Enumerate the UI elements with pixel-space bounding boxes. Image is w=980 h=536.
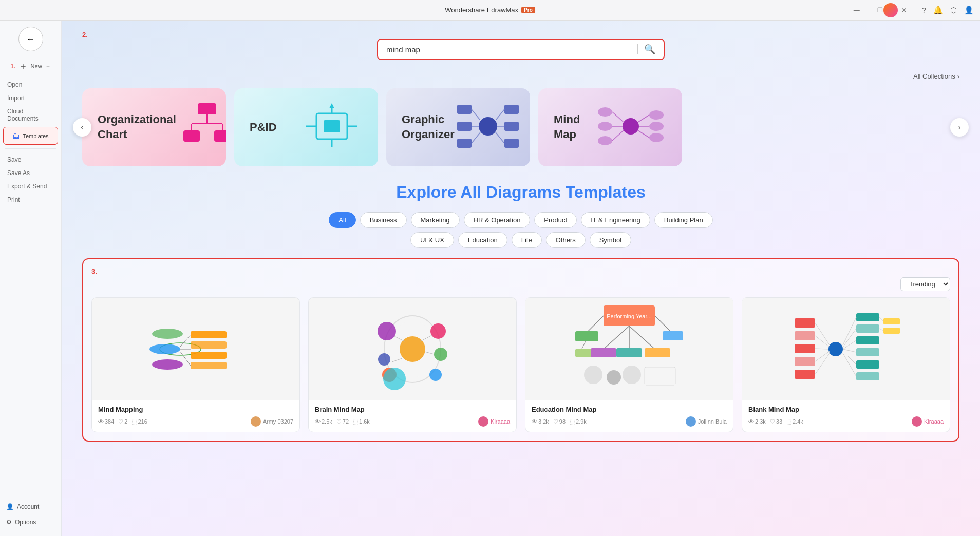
filter-btn-education[interactable]: Education bbox=[458, 232, 507, 248]
sidebar-item-templates[interactable]: 🗂 Templates bbox=[3, 127, 58, 145]
svg-point-81 bbox=[623, 366, 641, 384]
svg-line-26 bbox=[496, 132, 504, 143]
template-title-education: Education Mind Map bbox=[532, 406, 727, 413]
filter-btn-others[interactable]: Others bbox=[546, 232, 586, 248]
carousel-track: OrganizationalChart bbox=[82, 88, 959, 166]
card-graphic-image bbox=[455, 101, 521, 154]
sidebar-item-account[interactable]: 👤 Account bbox=[0, 499, 61, 514]
bell-icon[interactable]: 🔔 bbox=[933, 6, 943, 15]
sidebar-item-export[interactable]: Export & Send bbox=[3, 180, 58, 193]
author-avatar-mind-mapping bbox=[251, 416, 261, 427]
template-title-blank: Blank Mind Map bbox=[748, 406, 944, 413]
template-info-brain: Brain Mind Map 👁 2.5k ♡ 72 ⬚ 1.6k Kiraaa… bbox=[309, 400, 516, 432]
views-stat-edu: 👁 3.2k bbox=[532, 418, 549, 425]
svg-rect-96 bbox=[856, 336, 879, 344]
sidebar-sub-menu: Open Import Cloud Documents bbox=[0, 77, 61, 126]
sidebar-item-save-as[interactable]: Save As bbox=[3, 166, 58, 180]
maximize-button[interactable]: ❐ bbox=[869, 0, 892, 21]
views-stat-brain: 👁 2.5k bbox=[315, 418, 332, 425]
sort-select[interactable]: Trending Newest Popular bbox=[900, 277, 950, 291]
close-button[interactable]: ✕ bbox=[892, 0, 916, 21]
svg-line-73 bbox=[604, 326, 629, 349]
carousel-card-mindmap[interactable]: Mind Map bbox=[538, 88, 682, 166]
sidebar-item-new[interactable]: 1. ＋ New ＋ bbox=[3, 56, 58, 76]
svg-line-75 bbox=[629, 326, 655, 349]
svg-rect-94 bbox=[856, 313, 879, 321]
help-icon[interactable]: ? bbox=[922, 6, 926, 14]
carousel-prev-button[interactable]: ‹ bbox=[73, 118, 91, 137]
filter-btn-hr[interactable]: HR & Operation bbox=[464, 212, 531, 228]
filter-btn-symbol[interactable]: Symbol bbox=[590, 232, 631, 248]
template-stats-mind-mapping: 👁 384 ♡ 2 ⬚ 216 bbox=[98, 418, 147, 425]
sidebar-item-cloud[interactable]: Cloud Documents bbox=[3, 105, 58, 125]
sidebar-item-import[interactable]: Import bbox=[3, 91, 58, 105]
svg-rect-87 bbox=[795, 357, 815, 366]
carousel-card-graphic[interactable]: GraphicOrganizer bbox=[386, 88, 530, 166]
svg-point-32 bbox=[649, 122, 664, 131]
svg-rect-106 bbox=[883, 318, 900, 324]
svg-rect-86 bbox=[795, 344, 815, 353]
svg-point-46 bbox=[149, 344, 180, 354]
search-button[interactable]: 🔍 bbox=[644, 44, 655, 55]
views-stat-blank: 👁 2.3k bbox=[748, 418, 766, 425]
template-card-education[interactable]: Performing Year... bbox=[525, 297, 733, 432]
svg-line-103 bbox=[843, 349, 856, 352]
filter-btn-all[interactable]: All bbox=[329, 212, 355, 228]
svg-point-57 bbox=[429, 369, 442, 381]
search-input[interactable] bbox=[386, 45, 631, 54]
filter-btn-business[interactable]: Business bbox=[360, 212, 407, 228]
sidebar-item-save[interactable]: Save bbox=[3, 153, 58, 166]
svg-rect-72 bbox=[663, 331, 683, 340]
filter-btn-marketing[interactable]: Marketing bbox=[411, 212, 460, 228]
filter-btn-life[interactable]: Life bbox=[512, 232, 542, 248]
app-body: ← 1. ＋ New ＋ Open Import Cloud Documents… bbox=[0, 21, 980, 536]
sidebar: ← 1. ＋ New ＋ Open Import Cloud Documents… bbox=[0, 21, 62, 536]
views-stat: 👁 384 bbox=[98, 418, 114, 425]
author-brain: Kiraaaa bbox=[478, 416, 510, 427]
minimize-button[interactable]: — bbox=[845, 0, 869, 21]
svg-rect-70 bbox=[575, 349, 593, 357]
template-card-mind-mapping[interactable]: Mind Mapping 👁 384 ♡ 2 ⬚ 216 Army 03207 bbox=[91, 297, 300, 432]
template-stats-education: 👁 3.2k ♡ 98 ⬚ 2.9k bbox=[532, 418, 587, 425]
sidebar-file-menu: Save Save As Export & Send Print bbox=[0, 152, 61, 207]
svg-line-102 bbox=[843, 340, 856, 349]
template-stats-blank: 👁 2.3k ♡ 33 ⬚ 2.4k bbox=[748, 418, 803, 425]
filter-btn-ui[interactable]: UI & UX bbox=[410, 232, 454, 248]
step-2-label: 2. bbox=[82, 31, 959, 39]
svg-rect-0 bbox=[198, 103, 216, 114]
template-card-blank[interactable]: Blank Mind Map 👁 2.3k ♡ 33 ⬚ 2.4k Kiraaa… bbox=[742, 297, 950, 432]
user-icon[interactable]: 👤 bbox=[964, 6, 974, 15]
svg-line-104 bbox=[843, 351, 856, 365]
carousel-card-pid[interactable]: P&ID bbox=[234, 88, 378, 166]
templates-grid: Mind Mapping 👁 384 ♡ 2 ⬚ 216 Army 03207 bbox=[91, 297, 950, 432]
carousel-next-button[interactable]: › bbox=[950, 118, 969, 137]
svg-line-21 bbox=[472, 109, 480, 120]
svg-rect-42 bbox=[191, 341, 227, 349]
template-thumbnail-blank bbox=[742, 298, 950, 400]
new-expand-icon: ＋ bbox=[45, 63, 51, 70]
new-icon: ＋ bbox=[18, 60, 28, 72]
account-icon: 👤 bbox=[6, 503, 14, 510]
back-button[interactable]: ← bbox=[18, 27, 43, 51]
card-pid-image bbox=[301, 101, 363, 154]
svg-rect-44 bbox=[191, 362, 227, 369]
share-icon[interactable]: ⬡ bbox=[950, 6, 957, 15]
card-pid-title: P&ID bbox=[250, 120, 301, 135]
template-thumbnail-brain bbox=[309, 298, 516, 400]
filter-btn-building[interactable]: Building Plan bbox=[654, 212, 713, 228]
sidebar-item-print[interactable]: Print bbox=[3, 193, 58, 206]
filter-btn-it[interactable]: IT & Engineering bbox=[581, 212, 650, 228]
collections-row: All Collections › bbox=[82, 72, 959, 80]
sidebar-item-options[interactable]: ⚙ Options bbox=[0, 514, 61, 530]
all-collections-link[interactable]: All Collections › bbox=[913, 72, 959, 80]
template-meta-education: 👁 3.2k ♡ 98 ⬚ 2.9k Jollinn Buia bbox=[532, 416, 727, 427]
svg-rect-82 bbox=[645, 367, 675, 385]
carousel-card-org-chart[interactable]: OrganizationalChart bbox=[82, 88, 226, 166]
sidebar-item-open[interactable]: Open bbox=[3, 78, 58, 91]
copies-stat-edu: ⬚ 2.9k bbox=[570, 418, 587, 425]
svg-rect-43 bbox=[191, 352, 227, 359]
app-name: Wondershare EdrawMax bbox=[445, 6, 518, 14]
filter-btn-product[interactable]: Product bbox=[534, 212, 577, 228]
likes-stat-brain: ♡ 72 bbox=[336, 418, 349, 425]
template-card-brain-mind-map[interactable]: Brain Mind Map 👁 2.5k ♡ 72 ⬚ 1.6k Kiraaa… bbox=[308, 297, 517, 432]
